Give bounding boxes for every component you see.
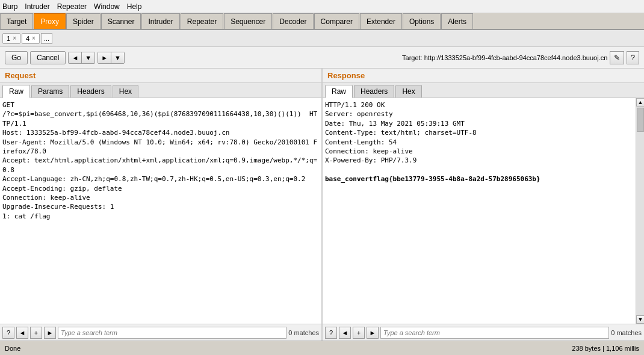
- menu-intruder[interactable]: Intruder: [25, 2, 49, 11]
- response-panel: Response Raw Headers Hex HTTP/1.1 200 OK…: [322, 69, 644, 341]
- tab-alerts[interactable]: Alerts: [441, 13, 473, 29]
- status-left: Done: [5, 345, 20, 352]
- scroll-up-button[interactable]: ▲: [636, 98, 644, 106]
- request-search-next[interactable]: ►: [44, 327, 56, 339]
- menu-window[interactable]: Window: [94, 2, 120, 11]
- nav-prev-group: ◄ ▼: [68, 52, 95, 64]
- go-button[interactable]: Go: [5, 51, 28, 64]
- edit-button[interactable]: ✎: [610, 51, 624, 64]
- tab-repeater[interactable]: Repeater: [181, 13, 223, 29]
- tab-comparer[interactable]: Comparer: [314, 13, 359, 29]
- tab-intruder[interactable]: Intruder: [141, 13, 179, 29]
- request-tab-raw[interactable]: Raw: [2, 85, 30, 98]
- status-bar: Done 238 bytes | 1,106 millis: [0, 341, 644, 355]
- main-content: Request Raw Params Headers Hex GET /?c=$…: [0, 69, 644, 341]
- tab-spider[interactable]: Spider: [66, 13, 101, 29]
- request-tab-headers[interactable]: Headers: [70, 85, 111, 97]
- session-tab-1[interactable]: 1 ×: [2, 33, 20, 44]
- response-inner-tabs: Raw Headers Hex: [323, 83, 644, 98]
- nav-prev-arrow-button[interactable]: ▼: [82, 52, 94, 63]
- session-tab-more[interactable]: ...: [41, 33, 52, 44]
- main-tab-bar: Target Proxy Spider Scanner Intruder Rep…: [0, 13, 644, 30]
- response-search-add[interactable]: +: [353, 327, 365, 339]
- menu-bar: Burp Intruder Repeater Window Help: [0, 0, 644, 13]
- request-search-add[interactable]: +: [30, 327, 42, 339]
- scroll-thumb[interactable]: [637, 108, 644, 132]
- tab-extender[interactable]: Extender: [360, 13, 402, 29]
- request-search-prev[interactable]: ◄: [16, 327, 28, 339]
- request-tab-params[interactable]: Params: [31, 85, 69, 97]
- response-title: Response: [323, 69, 644, 83]
- session-tab-4[interactable]: 4 ×: [22, 33, 40, 44]
- nav-next-arrow-button[interactable]: ▼: [111, 52, 124, 63]
- request-search-bar: ? ◄ + ► 0 matches: [0, 324, 321, 341]
- scroll-down-button[interactable]: ▼: [636, 315, 644, 324]
- nav-next-group: ► ▼: [98, 52, 125, 64]
- response-search-next[interactable]: ►: [367, 327, 379, 339]
- nav-prev-button[interactable]: ◄: [69, 52, 82, 63]
- help-button[interactable]: ?: [627, 51, 639, 64]
- response-match-count: 0 matches: [611, 329, 642, 336]
- menu-help[interactable]: Help: [127, 2, 142, 11]
- menu-repeater[interactable]: Repeater: [57, 2, 87, 11]
- response-content-normal: HTTP/1.1 200 OK Server: openresty Date: …: [325, 100, 633, 184]
- session-tab-1-close[interactable]: ×: [13, 35, 16, 42]
- response-code-area[interactable]: HTTP/1.1 200 OK Server: openresty Date: …: [323, 98, 636, 324]
- request-panel: Request Raw Params Headers Hex GET /?c=$…: [0, 69, 322, 341]
- response-search-prev[interactable]: ◄: [339, 327, 351, 339]
- target-label: Target: http://1333525a-bf99-4fcb-aabd-9…: [127, 54, 607, 61]
- response-tab-headers[interactable]: Headers: [354, 85, 394, 97]
- tab-target[interactable]: Target: [0, 13, 33, 29]
- session-tabs: 1 × 4 × ...: [0, 30, 644, 47]
- response-search-bar: ? ◄ + ► 0 matches: [323, 324, 644, 341]
- request-match-count: 0 matches: [288, 329, 319, 336]
- response-search-input[interactable]: [380, 327, 609, 339]
- scroll-track[interactable]: [636, 106, 644, 315]
- session-tab-4-close[interactable]: ×: [32, 35, 36, 42]
- request-search-input[interactable]: [58, 327, 286, 339]
- request-content: GET /?c=$pi=base_convert,$pi(696468,10,3…: [2, 100, 319, 221]
- session-tab-4-label: 4: [26, 35, 29, 42]
- request-code-area[interactable]: GET /?c=$pi=base_convert,$pi(696468,10,3…: [0, 98, 321, 324]
- status-right: 238 bytes | 1,106 millis: [572, 345, 639, 352]
- tab-sequencer[interactable]: Sequencer: [224, 13, 272, 29]
- response-search-help[interactable]: ?: [325, 327, 337, 339]
- request-inner-tabs: Raw Params Headers Hex: [0, 83, 321, 98]
- request-search-help[interactable]: ?: [2, 327, 14, 339]
- response-tab-raw[interactable]: Raw: [325, 85, 353, 98]
- tab-scanner[interactable]: Scanner: [101, 13, 141, 29]
- tab-options[interactable]: Options: [403, 13, 441, 29]
- response-scrollbar[interactable]: ▲ ▼: [636, 98, 644, 324]
- tab-proxy[interactable]: Proxy: [34, 13, 66, 29]
- cancel-button[interactable]: Cancel: [30, 51, 66, 64]
- nav-next-button[interactable]: ►: [98, 52, 111, 63]
- request-title: Request: [0, 69, 321, 83]
- response-content-bold: base_convertflag{bbe13779-3955-4b8a-8a2d…: [325, 175, 540, 183]
- request-tab-hex[interactable]: Hex: [113, 85, 138, 97]
- response-tab-hex[interactable]: Hex: [395, 85, 421, 97]
- toolbar: Go Cancel ◄ ▼ ► ▼ Target: http://1333525…: [0, 47, 644, 69]
- menu-burp[interactable]: Burp: [2, 2, 17, 11]
- session-tab-1-label: 1: [7, 35, 10, 42]
- tab-decoder[interactable]: Decoder: [273, 13, 313, 29]
